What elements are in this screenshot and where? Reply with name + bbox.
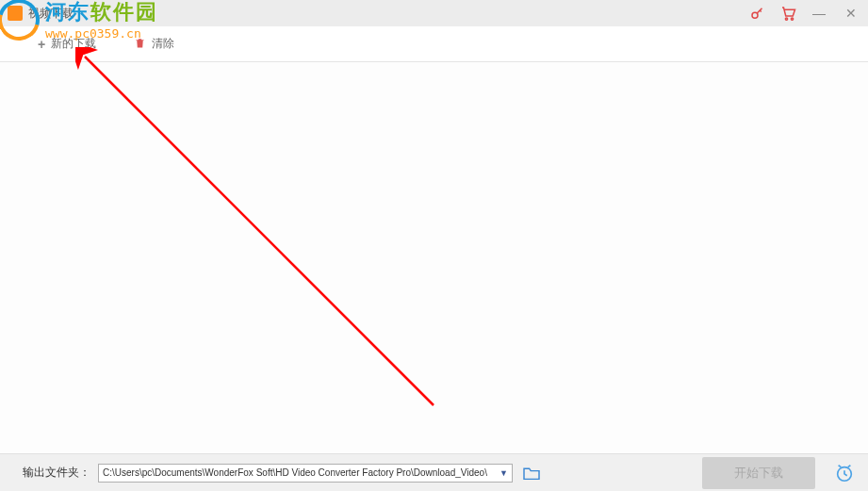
title-left: 视频下载 — [8, 6, 74, 22]
svg-point-0 — [752, 12, 758, 18]
app-icon — [8, 6, 23, 21]
output-folder-label: 输出文件夹： — [23, 465, 90, 481]
close-button[interactable]: ✕ — [842, 4, 860, 23]
browse-folder-button[interactable] — [520, 464, 543, 483]
schedule-icon[interactable] — [832, 461, 857, 485]
dropdown-arrow-icon: ▼ — [500, 468, 508, 478]
clear-label: 清除 — [152, 36, 174, 52]
svg-point-2 — [791, 18, 793, 20]
download-list-area — [0, 62, 868, 453]
output-path-dropdown[interactable]: C:\Users\pc\Documents\WonderFox Soft\HD … — [98, 464, 513, 483]
minimize-button[interactable]: — — [810, 4, 828, 23]
new-download-button[interactable]: + 新的下载 — [38, 36, 96, 52]
start-download-label: 开始下载 — [734, 465, 783, 482]
key-icon[interactable] — [749, 5, 766, 22]
start-download-button[interactable]: 开始下载 — [702, 457, 815, 489]
clear-button[interactable]: 清除 — [134, 36, 174, 52]
new-download-label: 新的下载 — [51, 36, 96, 52]
plus-icon: + — [38, 37, 45, 52]
title-bar: 视频下载 — ✕ — [0, 0, 868, 26]
toolbar: + 新的下载 清除 — [0, 26, 868, 62]
output-path-text: C:\Users\pc\Documents\WonderFox Soft\HD … — [103, 467, 487, 478]
window-title: 视频下载 — [28, 6, 74, 22]
cart-icon[interactable] — [779, 5, 796, 22]
title-controls: — ✕ — [749, 4, 860, 23]
trash-icon — [134, 37, 146, 52]
bottom-bar: 输出文件夹： C:\Users\pc\Documents\WonderFox S… — [0, 453, 868, 491]
svg-point-1 — [785, 18, 787, 20]
